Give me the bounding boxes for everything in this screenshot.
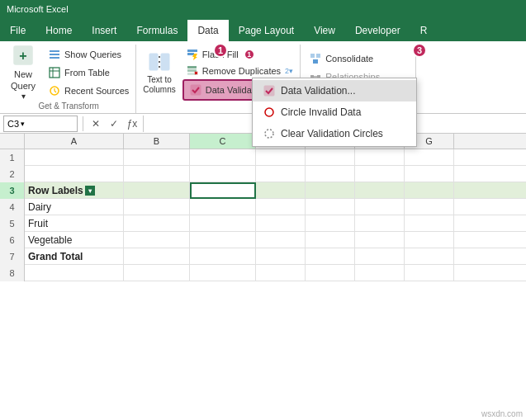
cell-f6[interactable] [355,232,405,248]
new-query-button[interactable]: + NewQuery ▾ [5,46,41,99]
cell-d4[interactable] [256,199,306,215]
col-header-a[interactable]: A [25,134,124,149]
row-num-2: 2 [0,166,25,182]
tab-r[interactable]: R [410,20,438,41]
cell-f1[interactable] [355,149,405,166]
from-table-button[interactable]: From Table [45,64,132,81]
svg-rect-33 [264,86,274,96]
cell-d8[interactable] [256,265,306,281]
cell-b6[interactable] [124,232,190,248]
cell-g7[interactable] [405,248,454,265]
cell-e2[interactable] [306,166,355,182]
cell-a2[interactable] [25,166,124,182]
tab-insert[interactable]: Insert [82,20,126,41]
cell-g8[interactable] [405,265,454,281]
cell-c5[interactable] [190,215,256,232]
svg-text:+: + [19,49,26,63]
cell-b3[interactable] [124,182,190,199]
cell-c1[interactable] [190,149,256,166]
col-header-b[interactable]: B [124,134,190,149]
cell-e4[interactable] [306,199,355,215]
cell-b8[interactable] [124,265,190,281]
col-header-c[interactable]: C [190,134,256,149]
remove-duplicates-button[interactable]: Remove Duplicates 2▾ [182,63,296,79]
recent-sources-button[interactable]: Recent Sources [45,83,132,99]
cell-a8[interactable] [25,265,124,281]
show-queries-label: Show Queries [64,50,121,59]
tab-page-layout[interactable]: Page Layout [229,20,304,41]
cell-e5[interactable] [306,215,355,232]
cell-e6[interactable] [306,232,355,248]
tab-data[interactable]: Data [187,20,228,41]
text-to-columns-button[interactable]: Text toColumns [140,46,178,99]
cell-d5[interactable] [256,215,306,232]
dv-data-validation-label: Data Validation... [281,85,356,97]
cell-g2[interactable] [405,166,454,182]
consolidate-button[interactable]: Consolidate [306,50,410,67]
cell-f3[interactable] [355,182,405,199]
row-num-7: 7 [0,248,25,265]
cell-e8[interactable] [306,265,355,281]
cell-b2[interactable] [124,166,190,182]
cell-e1[interactable] [306,149,355,166]
cell-g3[interactable] [405,182,454,199]
remove-dup-badge: 2▾ [285,67,293,75]
tab-home[interactable]: Home [36,20,82,41]
cell-d2[interactable] [256,166,306,182]
svg-point-35 [265,130,273,138]
cell-g4[interactable] [405,199,454,215]
cell-f4[interactable] [355,199,405,215]
tab-view[interactable]: View [304,20,345,41]
corner-cell [0,134,25,149]
cell-a6[interactable]: Vegetable [25,232,124,248]
dropdown-clear-circles[interactable]: Clear Validation Circles [253,123,416,144]
svg-rect-10 [161,54,169,70]
cell-f7[interactable] [355,248,405,265]
cell-f5[interactable] [355,215,405,232]
svg-rect-23 [310,54,315,58]
cell-d3[interactable] [256,182,306,199]
cell-c3[interactable] [190,182,256,199]
cell-g5[interactable] [405,215,454,232]
dropdown-circle-invalid[interactable]: Circle Invalid Data [253,101,416,123]
cell-a4[interactable]: Dairy [25,199,124,215]
row-num-6: 6 [0,232,25,248]
svg-rect-24 [316,54,320,58]
cell-c4[interactable] [190,199,256,215]
cell-c7[interactable] [190,248,256,265]
cell-g6[interactable] [405,232,454,248]
cell-c6[interactable] [190,232,256,248]
cell-f8[interactable] [355,265,405,281]
cell-d1[interactable] [256,149,306,166]
dropdown-data-validation[interactable]: Data Validation... [253,80,416,101]
cell-c2[interactable] [190,166,256,182]
tab-developer[interactable]: Developer [345,20,410,41]
formula-cancel[interactable]: ✕ [88,116,103,131]
svg-point-34 [265,108,273,116]
cell-a5[interactable]: Fruit [25,215,124,232]
cell-e3[interactable] [306,182,355,199]
cell-g1[interactable] [405,149,454,166]
cell-e7[interactable] [306,248,355,265]
show-queries-button[interactable]: Show Queries [45,46,132,63]
flash-fill-button[interactable]: Flash Fill 1 [182,46,296,63]
cell-a1[interactable] [25,149,124,166]
tab-file[interactable]: File [0,20,36,41]
cell-a7[interactable]: Grand Total [25,248,124,265]
row-num-3: 3 [0,182,25,199]
tab-formulas[interactable]: Formulas [126,20,187,41]
cell-a3[interactable]: Row Labels ▾ [25,182,124,199]
cell-d7[interactable] [256,248,306,265]
filter-icon[interactable]: ▾ [85,186,95,196]
cell-d6[interactable] [256,232,306,248]
cell-b1[interactable] [124,149,190,166]
cell-c8[interactable] [190,265,256,281]
name-box[interactable]: C3 ▾ [3,116,78,132]
svg-rect-9 [149,54,158,70]
formula-insert-fn[interactable]: ƒx [125,116,140,131]
cell-b4[interactable] [124,199,190,215]
cell-b7[interactable] [124,248,190,265]
cell-f2[interactable] [355,166,405,182]
formula-confirm[interactable]: ✓ [107,116,121,131]
cell-b5[interactable] [124,215,190,232]
